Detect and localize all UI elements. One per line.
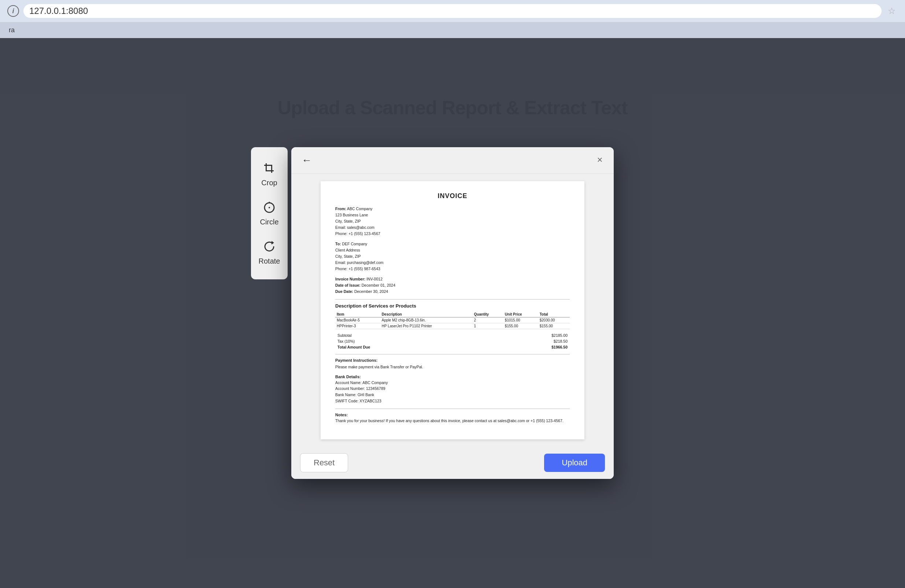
url-text: 127.0.0.1:8080 — [29, 6, 88, 16]
services-title: Description of Services or Products — [335, 303, 570, 309]
invoice-meta: Invoice Number: INV-0012 Date of Issue: … — [335, 276, 570, 294]
row2-desc: HP LaserJet Pro P1102 Printer — [380, 323, 473, 329]
payment-title: Payment Instructions: — [335, 358, 570, 363]
total-label: Total Amount Due — [336, 344, 488, 350]
row1-unit: $1015.00 — [503, 317, 538, 323]
invoice-from: From: ABC Company 123 Business Lane City… — [335, 206, 570, 236]
due-date-label: Due Date: — [335, 289, 353, 294]
tax-row: Tax (10%) $218.50 — [336, 339, 569, 344]
svg-marker-7 — [272, 241, 274, 244]
modal-body: INVOICE From: ABC Company 123 Business L… — [291, 174, 614, 446]
from-city: City, State, ZIP — [335, 219, 361, 223]
row1-desc: Apple M2 chip-8GB-13.6in. — [380, 317, 473, 323]
crop-label: Crop — [261, 179, 277, 187]
tax-value: $218.50 — [488, 339, 569, 344]
invoice-title: INVOICE — [335, 192, 570, 200]
col-total: Total — [538, 312, 570, 317]
bank-label: Bank Name: — [335, 393, 357, 397]
row2-unit: $155.00 — [503, 323, 538, 329]
bank-name-label: Account Name: — [335, 380, 362, 385]
modal-container: Crop Circle Rotate × — [291, 147, 614, 479]
rotate-icon — [262, 239, 276, 254]
date-of-issue: December 01, 2024 — [362, 283, 395, 287]
col-description: Description — [380, 312, 473, 317]
col-quantity: Quantity — [473, 312, 503, 317]
table-row: HPPrinter-3 HP LaserJet Pro P1102 Printe… — [335, 323, 570, 329]
notes-text: Thank you for your business! If you have… — [335, 418, 570, 424]
payment-instructions: Please make payment via Bank Transfer or… — [335, 365, 423, 369]
close-button[interactable]: × — [593, 153, 607, 166]
row1-qty: 2 — [473, 317, 503, 323]
from-address: 123 Business Lane — [335, 213, 368, 217]
invoice-table: Item Description Quantity Unit Price Tot… — [335, 312, 570, 329]
invoice-to: To: DEF Company Client Address City, Sta… — [335, 241, 570, 272]
circle-icon — [262, 200, 276, 215]
to-address: Client Address — [335, 248, 360, 252]
svg-rect-2 — [264, 165, 272, 166]
url-bar[interactable]: 127.0.0.1:8080 — [24, 4, 881, 18]
bank-title: Bank Details: — [335, 374, 570, 379]
account-number: 123456789 — [366, 386, 386, 391]
bank-details: Account Name: ABC Company Account Number… — [335, 380, 570, 404]
bank-value: GHI Bank — [357, 393, 375, 397]
to-phone: Phone: +1 (555) 987-6543 — [335, 266, 380, 271]
modal-overlay: Crop Circle Rotate × — [0, 38, 905, 588]
svg-rect-0 — [266, 163, 267, 171]
swift-value: XYZABC123 — [359, 399, 381, 403]
to-email: Email: purchasing@def.com — [335, 260, 383, 265]
total-row: Total Amount Due $1966.50 — [336, 344, 569, 350]
totals-table: Subtotal $2185.00 Tax (10%) $218.50 Tota… — [335, 332, 570, 350]
svg-rect-3 — [271, 165, 272, 173]
due-date: December 30, 2024 — [354, 289, 388, 294]
to-label: To: — [335, 242, 341, 246]
from-email: Email: sales@abc.com — [335, 225, 375, 230]
row1-item: MacBookAir-5 — [335, 317, 380, 323]
row1-total: $2030.00 — [538, 317, 570, 323]
divider-2 — [335, 354, 570, 354]
subtotal-value: $2185.00 — [488, 333, 569, 338]
upload-button[interactable]: Upload — [544, 453, 605, 472]
svg-rect-1 — [266, 170, 274, 171]
row2-total: $155.00 — [538, 323, 570, 329]
from-label: From: — [335, 206, 346, 211]
modal-dialog: × ← INVOICE From: ABC Company 123 Busine… — [291, 147, 614, 479]
payment-text: Please make payment via Bank Transfer or… — [335, 364, 570, 370]
swift-label: SWIFT Code: — [335, 399, 358, 403]
tab-item[interactable]: ra — [6, 25, 17, 35]
divider-3 — [335, 409, 570, 409]
bookmark-icon[interactable]: ☆ — [886, 5, 898, 17]
rotate-label: Rotate — [259, 257, 280, 265]
notes-content: Thank you for your business! If you have… — [335, 418, 564, 423]
divider-1 — [335, 299, 570, 300]
table-row: MacBookAir-5 Apple M2 chip-8GB-13.6in. 2… — [335, 317, 570, 323]
col-item: Item — [335, 312, 380, 317]
crop-tool[interactable]: Crop — [251, 154, 287, 194]
bank-name: ABC Company — [362, 380, 387, 385]
subtotal-row: Subtotal $2185.00 — [336, 333, 569, 338]
browser-chrome: i 127.0.0.1:8080 ☆ — [0, 0, 905, 22]
from-phone: Phone: +1 (555) 123-4567 — [335, 231, 380, 236]
tab-bar: ra — [0, 22, 905, 38]
tax-label: Tax (10%) — [336, 339, 488, 344]
invoice-document: INVOICE From: ABC Company 123 Business L… — [321, 181, 584, 439]
modal-toolbar: Crop Circle Rotate — [251, 147, 287, 279]
row2-item: HPPrinter-3 — [335, 323, 380, 329]
to-company: DEF Company — [342, 242, 367, 246]
circle-tool[interactable]: Circle — [251, 194, 287, 233]
col-unit-price: Unit Price — [503, 312, 538, 317]
modal-header: ← — [291, 147, 614, 174]
rotate-tool[interactable]: Rotate — [251, 233, 287, 272]
reset-button[interactable]: Reset — [300, 453, 348, 472]
invoice-number-label: Invoice Number: — [335, 277, 365, 281]
back-button[interactable]: ← — [300, 154, 313, 167]
from-company: ABC Company — [347, 206, 372, 211]
svg-point-5 — [268, 207, 270, 208]
subtotal-label: Subtotal — [336, 333, 488, 338]
notes-title: Notes: — [335, 413, 570, 417]
info-icon: i — [7, 5, 19, 17]
crop-icon — [262, 161, 276, 176]
row2-qty: 1 — [473, 323, 503, 329]
to-city: City, State, ZIP — [335, 254, 361, 258]
modal-footer: Reset Upload — [291, 447, 614, 479]
account-number-label: Account Number: — [335, 386, 365, 391]
